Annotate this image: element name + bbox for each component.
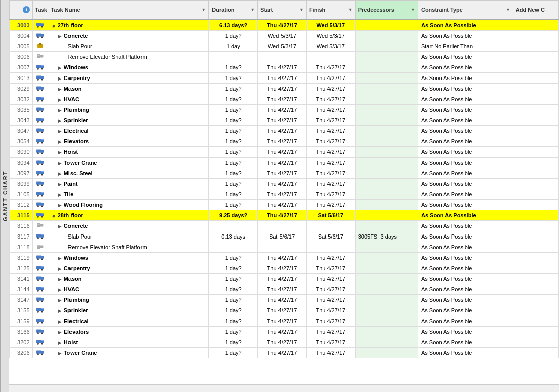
start-cell[interactable]: Thu 4/27/17 (258, 347, 307, 358)
task-name-cell[interactable]: ▶ HVAC (48, 94, 209, 104)
finish-cell[interactable]: Thu 4/27/17 (306, 347, 355, 358)
finish-cell[interactable] (306, 51, 355, 62)
finish-cell[interactable]: Thu 4/27/17 (306, 146, 355, 157)
duration-cell[interactable]: 1 day? (209, 125, 258, 136)
predecessors-cell[interactable] (355, 51, 418, 62)
finish-cell[interactable]: Thu 4/27/17 (306, 115, 355, 125)
task-name-cell[interactable]: ▶ Tile (48, 189, 209, 199)
predecessors-cell[interactable] (355, 316, 418, 326)
predecessors-cell[interactable] (355, 146, 418, 157)
task-name-cell[interactable]: ▶ Windows (48, 62, 209, 72)
start-cell[interactable]: Thu 4/27/17 (258, 125, 307, 136)
task-name-cell[interactable]: ▶ Mason (48, 273, 209, 284)
predecessors-cell[interactable] (355, 125, 418, 136)
predecessors-cell[interactable] (355, 83, 418, 94)
finish-cell[interactable] (306, 220, 355, 231)
task-name-cell[interactable]: ▶ Plumbing (48, 104, 209, 115)
task-name-cell[interactable]: ▶ Paint (48, 178, 209, 189)
predecessors-cell[interactable] (355, 115, 418, 125)
finish-cell[interactable]: Thu 4/27/17 (306, 316, 355, 326)
start-cell[interactable]: Thu 4/27/17 (258, 178, 307, 189)
predecessors-cell[interactable] (355, 305, 418, 316)
start-cell[interactable]: Wed 5/3/17 (258, 30, 307, 41)
constraint-cell[interactable]: As Soon As Possible (418, 294, 513, 305)
task-name-cell[interactable]: ▶ Concrete (48, 220, 209, 231)
constraint-cell[interactable]: As Soon As Possible (418, 210, 513, 220)
constraint-cell[interactable]: As Soon As Possible (418, 168, 513, 178)
start-cell[interactable]: Thu 4/27/17 (258, 294, 307, 305)
constraint-cell[interactable]: As Soon As Possible (418, 146, 513, 157)
finish-cell[interactable]: Thu 4/27/17 (306, 294, 355, 305)
start-cell[interactable]: Thu 4/27/17 (258, 337, 307, 347)
constraint-cell[interactable]: As Soon As Possible (418, 157, 513, 168)
duration-cell[interactable]: 1 day? (209, 72, 258, 83)
start-cell[interactable]: Thu 4/27/17 (258, 284, 307, 294)
task-name-cell[interactable]: Remove Elevator Shaft Platform (48, 51, 209, 62)
duration-cell[interactable]: 1 day? (209, 273, 258, 284)
constraint-cell[interactable]: As Soon As Possible (418, 51, 513, 62)
predecessors-cell[interactable] (355, 273, 418, 284)
constraint-cell[interactable]: As Soon As Possible (418, 337, 513, 347)
constraint-cell[interactable]: As Soon As Possible (418, 72, 513, 83)
task-name-cell[interactable]: ◆ 28th floor (48, 210, 209, 220)
constraint-cell[interactable]: As Soon As Possible (418, 326, 513, 337)
constraint-cell[interactable]: As Soon As Possible (418, 316, 513, 326)
duration-cell[interactable]: 1 day? (209, 30, 258, 41)
predecessors-cell[interactable] (355, 104, 418, 115)
predecessors-cell[interactable] (355, 242, 418, 252)
finish-cell[interactable]: Thu 4/27/17 (306, 273, 355, 284)
start-cell[interactable]: Thu 4/27/17 (258, 146, 307, 157)
start-cell[interactable] (258, 242, 307, 252)
task-name-cell[interactable]: ▶ Tower Crane (48, 157, 209, 168)
duration-cell[interactable]: 1 day? (209, 189, 258, 199)
constraint-cell[interactable]: As Soon As Possible (418, 252, 513, 263)
constraint-cell[interactable]: As Soon As Possible (418, 94, 513, 104)
task-name-cell[interactable]: ▶ Elevators (48, 136, 209, 146)
start-cell[interactable] (258, 51, 307, 62)
finish-cell[interactable]: Thu 4/27/17 (306, 337, 355, 347)
duration-cell[interactable]: 1 day? (209, 94, 258, 104)
col-header-finish[interactable]: Finish ▼ (306, 1, 355, 20)
constraint-cell[interactable]: As Soon As Possible (418, 83, 513, 94)
predecessors-cell[interactable] (355, 168, 418, 178)
duration-cell[interactable]: 1 day? (209, 337, 258, 347)
task-name-cell[interactable]: Remove Elevator Shaft Platform (48, 242, 209, 252)
finish-cell[interactable]: Thu 4/27/17 (306, 157, 355, 168)
finish-cell[interactable]: Thu 4/27/17 (306, 178, 355, 189)
constraint-cell[interactable]: As Soon As Possible (418, 263, 513, 273)
finish-cell[interactable]: Thu 4/27/17 (306, 263, 355, 273)
finish-cell[interactable]: Thu 4/27/17 (306, 104, 355, 115)
task-name-cell[interactable]: Slab Pour (48, 41, 209, 51)
duration-cell[interactable] (209, 220, 258, 231)
finish-cell[interactable] (306, 242, 355, 252)
task-name-cell[interactable]: ▶ Tower Crane (48, 347, 209, 358)
start-cell[interactable]: Thu 4/27/17 (258, 168, 307, 178)
constraint-cell[interactable]: As Soon As Possible (418, 189, 513, 199)
duration-cell[interactable]: 1 day? (209, 252, 258, 263)
duration-cell[interactable] (209, 51, 258, 62)
col-header-predecessors[interactable]: Predecessors ▼ (355, 1, 418, 20)
start-cell[interactable]: Thu 4/27/17 (258, 83, 307, 94)
task-name-cell[interactable]: ▶ Mason (48, 83, 209, 94)
start-cell[interactable]: Thu 4/27/17 (258, 189, 307, 199)
constraint-cell[interactable]: As Soon As Possible (418, 347, 513, 358)
task-name-cell[interactable]: ◆ 27th floor (48, 20, 209, 31)
finish-cell[interactable]: Wed 5/3/17 (306, 20, 355, 31)
start-cell[interactable]: Sat 5/6/17 (258, 231, 307, 242)
constraint-cell[interactable]: As Soon As Possible (418, 242, 513, 252)
task-name-cell[interactable]: ▶ Electrical (48, 125, 209, 136)
duration-cell[interactable]: 1 day? (209, 157, 258, 168)
task-name-cell[interactable]: ▶ Hoist (48, 337, 209, 347)
bottom-scrollbar[interactable] (9, 384, 559, 392)
task-name-cell[interactable]: ▶ HVAC (48, 284, 209, 294)
constraint-cell[interactable]: As Soon As Possible (418, 20, 513, 31)
task-name-cell[interactable]: ▶ Wood Flooring (48, 199, 209, 210)
duration-cell[interactable]: 1 day? (209, 83, 258, 94)
duration-cell[interactable]: 1 day? (209, 294, 258, 305)
finish-cell[interactable]: Wed 5/3/17 (306, 30, 355, 41)
predecessors-cell[interactable] (355, 326, 418, 337)
predecessors-cell[interactable] (355, 157, 418, 168)
col-header-start[interactable]: Start ▼ (258, 1, 307, 20)
predecessors-cell[interactable] (355, 20, 418, 31)
finish-cell[interactable]: Thu 4/27/17 (306, 326, 355, 337)
